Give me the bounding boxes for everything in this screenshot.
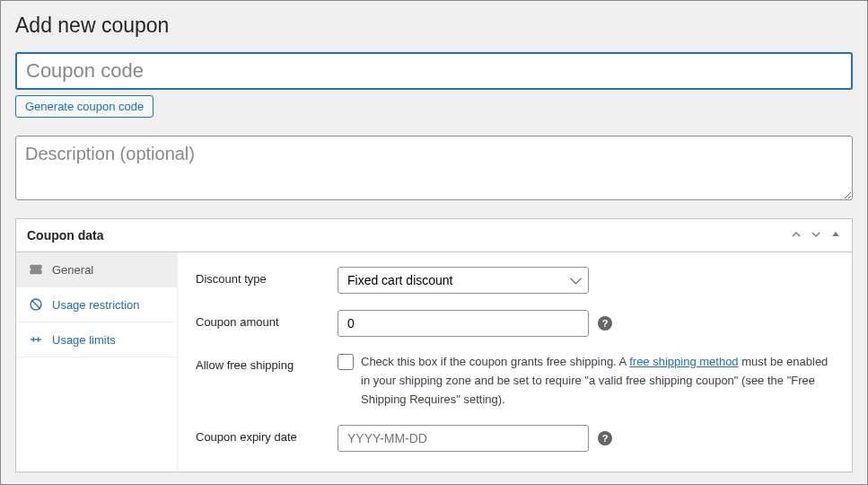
tab-usage-restriction[interactable]: Usage restriction xyxy=(16,287,177,322)
tab-usage-limits-label: Usage limits xyxy=(52,333,116,347)
tab-usage-restriction-label: Usage restriction xyxy=(52,298,140,312)
help-icon[interactable]: ? xyxy=(598,316,612,331)
coupon-data-panel: Coupon data General xyxy=(15,218,853,472)
coupon-code-input[interactable] xyxy=(15,52,853,90)
tab-usage-limits[interactable]: Usage limits xyxy=(16,322,177,357)
help-icon[interactable]: ? xyxy=(598,431,612,445)
panel-up-icon[interactable] xyxy=(791,229,802,242)
svg-line-1 xyxy=(31,300,39,308)
coupon-amount-input[interactable] xyxy=(338,310,589,337)
panel-header: Coupon data xyxy=(16,219,852,252)
ban-icon xyxy=(29,297,43,312)
tab-general[interactable]: General xyxy=(16,252,177,287)
panel-down-icon[interactable] xyxy=(811,229,821,242)
free-shipping-label: Allow free shipping xyxy=(196,353,338,372)
expiry-date-input[interactable] xyxy=(338,425,589,452)
coupon-amount-label: Coupon amount xyxy=(196,310,338,329)
free-shipping-description: Check this box if the coupon grants free… xyxy=(361,353,834,409)
expiry-date-label: Coupon expiry date xyxy=(196,425,338,444)
panel-controls xyxy=(791,229,841,242)
free-shipping-checkbox[interactable] xyxy=(338,354,354,370)
free-shipping-method-link[interactable]: free shipping method xyxy=(629,355,738,368)
discount-type-label: Discount type xyxy=(196,267,338,286)
sliders-icon xyxy=(29,332,43,347)
generate-coupon-code-button[interactable]: Generate coupon code xyxy=(15,95,153,118)
panel-toggle-icon[interactable] xyxy=(830,229,841,242)
tab-general-label: General xyxy=(52,263,93,277)
description-textarea[interactable] xyxy=(15,136,853,200)
page-title: Add new coupon xyxy=(1,1,867,52)
panel-title: Coupon data xyxy=(27,228,104,242)
panel-content: Discount type Fixed cart discount Coupon… xyxy=(178,252,852,472)
ticket-icon xyxy=(29,262,43,277)
discount-type-select[interactable]: Fixed cart discount xyxy=(338,267,589,294)
side-tabs: General Usage restriction Usage limits xyxy=(16,252,178,472)
